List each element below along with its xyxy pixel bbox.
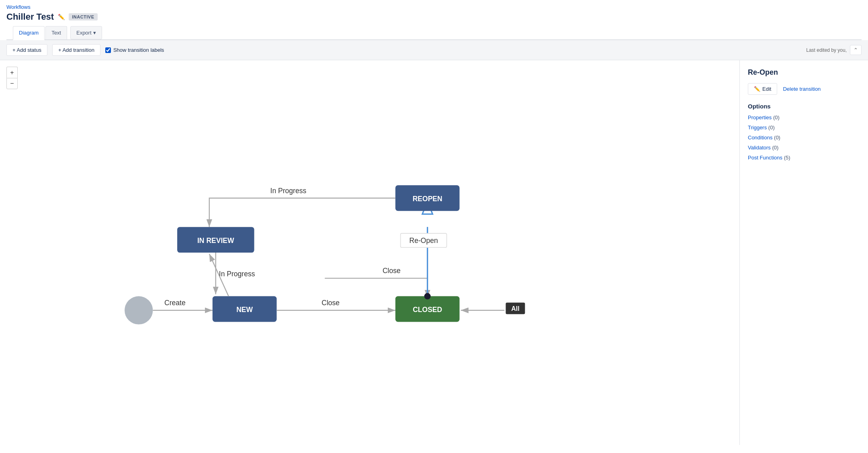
zoom-out-button[interactable]: − bbox=[6, 78, 18, 89]
reopen-transition-label: Re-Open bbox=[409, 237, 438, 245]
close-arrow-2 bbox=[325, 278, 427, 298]
post-functions-link[interactable]: Post Functions bbox=[748, 155, 782, 161]
in-review-node-label: IN REVIEW bbox=[197, 237, 234, 245]
delete-transition-link[interactable]: Delete transition bbox=[783, 86, 821, 92]
inactive-badge: INACTIVE bbox=[69, 13, 97, 20]
add-transition-button[interactable]: + Add transition bbox=[52, 44, 100, 56]
option-conditions: Conditions (0) bbox=[748, 135, 860, 141]
conditions-link[interactable]: Conditions bbox=[748, 135, 772, 141]
reopen-node-label: REOPEN bbox=[413, 195, 442, 203]
side-panel-title: Re-Open bbox=[748, 68, 860, 77]
pencil-icon: ✏️ bbox=[754, 86, 760, 92]
workflow-diagram: Create NEW Close Close CLOSED All bbox=[0, 60, 739, 445]
all-label: All bbox=[511, 305, 519, 312]
option-post-functions: Post Functions (5) bbox=[748, 155, 860, 161]
closed-node-label: CLOSED bbox=[413, 306, 442, 314]
zoom-in-button[interactable]: + bbox=[6, 67, 18, 78]
tab-text[interactable]: Text bbox=[45, 26, 67, 39]
edit-transition-button[interactable]: ✏️ Edit bbox=[748, 83, 777, 95]
add-status-button[interactable]: + Add status bbox=[6, 44, 47, 56]
options-list: Properties (0) Triggers (0) Conditions (… bbox=[748, 114, 860, 161]
side-panel: Re-Open ✏️ Edit Delete transition Option… bbox=[739, 60, 868, 445]
show-labels-checkbox[interactable] bbox=[105, 47, 111, 53]
show-transition-labels-toggle[interactable]: Show transition labels bbox=[105, 47, 164, 53]
toolbar-right: Last edited by you, ⌃ bbox=[806, 45, 862, 55]
option-properties: Properties (0) bbox=[748, 114, 860, 120]
toolbar: + Add status + Add transition Show trans… bbox=[0, 40, 868, 60]
properties-link[interactable]: Properties bbox=[748, 114, 772, 120]
breadcrumb[interactable]: Workflows bbox=[6, 4, 862, 10]
side-panel-actions: ✏️ Edit Delete transition bbox=[748, 83, 860, 95]
in-progress-arrow-1 bbox=[209, 198, 395, 227]
options-title: Options bbox=[748, 103, 860, 110]
edit-title-icon[interactable]: ✏️ bbox=[58, 14, 65, 20]
tab-row: Diagram Text Export ▾ bbox=[6, 26, 862, 40]
in-progress-label-1: In Progress bbox=[270, 187, 307, 195]
page-title: Chiller Test bbox=[6, 12, 54, 22]
chevron-down-icon: ▾ bbox=[93, 30, 96, 36]
new-node-label: NEW bbox=[236, 306, 253, 314]
zoom-controls: + − bbox=[6, 67, 18, 89]
option-triggers: Triggers (0) bbox=[748, 124, 860, 131]
validators-link[interactable]: Validators bbox=[748, 145, 771, 151]
collapse-button[interactable]: ⌃ bbox=[850, 45, 862, 55]
reopen-dot-bottom bbox=[424, 293, 431, 300]
title-row: Chiller Test ✏️ INACTIVE bbox=[6, 12, 862, 22]
tab-diagram[interactable]: Diagram bbox=[13, 26, 45, 40]
main-area: + − Create bbox=[0, 60, 868, 445]
diagram-area: + − Create bbox=[0, 60, 739, 445]
last-edited-text: Last edited by you, bbox=[806, 47, 847, 53]
tab-export[interactable]: Export ▾ bbox=[70, 26, 102, 39]
close-label-2: Close bbox=[383, 267, 401, 275]
create-label: Create bbox=[164, 299, 186, 307]
in-progress-label-2: In Progress bbox=[219, 270, 255, 278]
top-bar: Workflows Chiller Test ✏️ INACTIVE Diagr… bbox=[0, 0, 868, 40]
triggers-link[interactable]: Triggers bbox=[748, 124, 767, 131]
start-node bbox=[125, 296, 153, 324]
option-validators: Validators (0) bbox=[748, 145, 860, 151]
close-label-1: Close bbox=[321, 299, 340, 307]
